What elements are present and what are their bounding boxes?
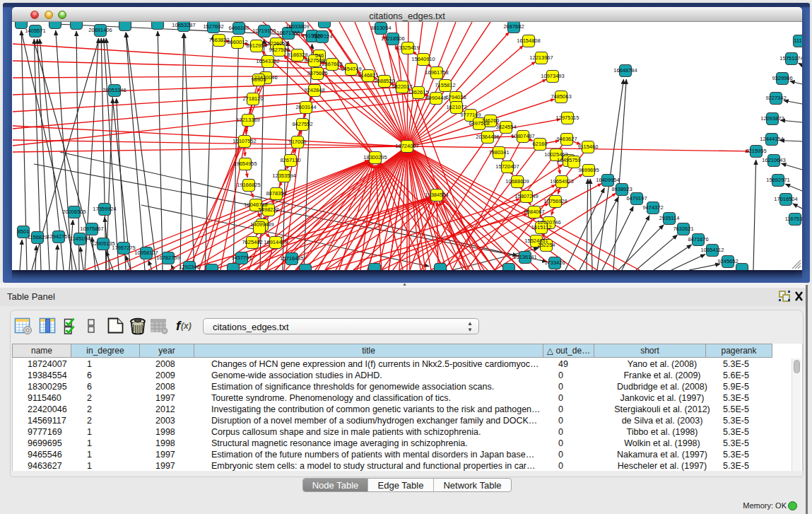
svg-text:746266: 746266 [481,117,499,124]
svg-text:12444154: 12444154 [760,136,783,142]
svg-text:1405571: 1405571 [25,28,45,34]
svg-text:9699695: 9699695 [578,167,599,173]
svg-text:9327500: 9327500 [269,47,289,53]
svg-text:12213389: 12213389 [236,117,259,123]
svg-text:8912954: 8912954 [246,42,266,49]
svg-text:2087682: 2087682 [503,23,524,30]
svg-text:10807487: 10807487 [511,133,534,139]
svg-text:1145194: 1145194 [70,235,90,242]
svg-text:1117: 1117 [794,37,802,44]
svg-text:19654923: 19654923 [550,178,573,185]
svg-text:15136141: 15136141 [513,254,536,260]
svg-text:2935114: 2935114 [659,215,680,221]
svg-text:8454749: 8454749 [341,66,361,72]
svg-text:15751074: 15751074 [779,55,802,62]
svg-text:252254: 252254 [537,242,555,248]
svg-text:16961758: 16961758 [425,69,448,76]
svg-text:13325419: 13325419 [396,45,419,51]
svg-text:1292346: 1292346 [179,264,199,270]
svg-text:(x): (x) [181,321,192,331]
svg-text:10973493: 10973493 [541,73,564,79]
svg-text:16671355: 16671355 [276,30,300,36]
svg-text:1527602: 1527602 [203,23,223,30]
svg-text:18724007: 18724007 [395,143,418,149]
svg-text:8813054: 8813054 [370,25,391,31]
svg-text:15807249: 15807249 [514,193,538,199]
svg-text:16543382: 16543382 [256,58,279,64]
svg-text:19384554: 19384554 [425,192,448,198]
svg-text:14099489: 14099489 [250,221,273,228]
svg-text:9227342: 9227342 [765,95,786,101]
svg-text:20691406: 20691406 [88,27,112,33]
svg-text:7857224: 7857224 [312,33,332,40]
svg-text:10958107: 10958107 [134,250,158,256]
svg-text:3824554: 3824554 [495,124,516,130]
svg-text:6794028: 6794028 [445,94,466,100]
svg-text:8215955: 8215955 [746,148,766,154]
svg-text:9245652: 9245652 [717,258,738,264]
svg-text:7485063: 7485063 [551,93,571,100]
svg-text:2718120: 2718120 [242,95,263,102]
svg-text:9084067: 9084067 [524,209,544,215]
svg-text:12213967: 12213967 [529,54,553,61]
svg-text:16033809: 16033809 [286,23,309,30]
svg-text:12975115: 12975115 [556,115,579,121]
svg-text:10654112: 10654112 [701,247,724,253]
svg-text:7980341: 7980341 [488,149,509,156]
svg-text:7625402: 7625402 [242,239,262,245]
svg-text:17359924: 17359924 [93,206,116,212]
svg-text:12942757: 12942757 [47,233,70,240]
svg-text:8878354: 8878354 [266,190,286,197]
svg-text:9329966: 9329966 [772,75,792,81]
svg-text:1621072: 1621072 [446,104,466,110]
svg-text:12353594: 12353594 [272,173,295,179]
svg-text:5498222: 5498222 [258,206,278,213]
svg-text:12093873: 12093873 [760,115,784,122]
svg-text:15716485: 15716485 [280,255,303,262]
svg-text:10719155: 10719155 [252,28,276,34]
svg-text:6466160: 6466160 [228,25,249,31]
svg-text:3375685: 3375685 [307,70,327,76]
svg-text:18495759: 18495759 [557,157,580,163]
svg-text:16107552: 16107552 [233,138,256,144]
svg-text:10975867: 10975867 [80,226,103,232]
svg-text:8427552: 8427552 [292,121,312,127]
svg-text:917006: 917006 [288,139,306,145]
svg-text:19218506: 19218506 [381,35,404,42]
svg-text:1733426: 1733426 [544,259,565,266]
svg-text:15640910: 15640910 [411,56,435,62]
svg-text:9457791: 9457791 [231,255,252,261]
svg-text:9242848: 9242848 [304,87,324,93]
svg-text:10653287: 10653287 [172,22,195,28]
svg-text:9463627: 9463627 [556,136,577,142]
svg-text:8938923: 8938923 [611,186,632,192]
svg-text:19654955: 19654955 [233,160,257,167]
svg-text:17957275: 17957275 [112,245,135,251]
svg-text:1156829: 1156829 [28,234,48,240]
svg-text:20206505: 20206505 [62,209,86,215]
svg-text:9115460: 9115460 [578,144,599,150]
svg-text:1167533: 1167533 [785,216,802,222]
svg-text:7663822: 7663822 [208,37,229,43]
svg-text:98903: 98903 [252,76,266,83]
svg-text:10756928: 10756928 [543,198,567,204]
svg-text:9777169: 9777169 [460,112,481,118]
svg-text:17016504: 17016504 [774,196,797,202]
svg-text:20053346: 20053346 [102,87,126,93]
svg-text:15720407: 15720407 [495,163,519,170]
svg-text:18300295: 18300295 [363,154,387,160]
svg-text:2367608: 2367608 [322,61,342,67]
svg-text:15226058: 15226058 [264,40,288,47]
svg-text:6479197: 6479197 [626,195,647,201]
svg-text:2603144: 2603144 [295,104,316,110]
svg-text:16154808: 16154808 [517,37,540,44]
svg-text:62160: 62160 [533,141,548,147]
svg-text:16648784: 16648784 [613,67,637,74]
svg-text:8990448: 8990448 [425,95,446,101]
svg-text:16409954: 16409954 [596,177,619,183]
svg-text:7632621: 7632621 [673,226,693,232]
svg-text:16914479: 16914479 [264,239,287,245]
svg-text:9474372: 9474372 [642,204,663,211]
svg-text:16782759: 16782759 [156,255,180,261]
svg-text:7155812: 7155812 [435,82,455,88]
